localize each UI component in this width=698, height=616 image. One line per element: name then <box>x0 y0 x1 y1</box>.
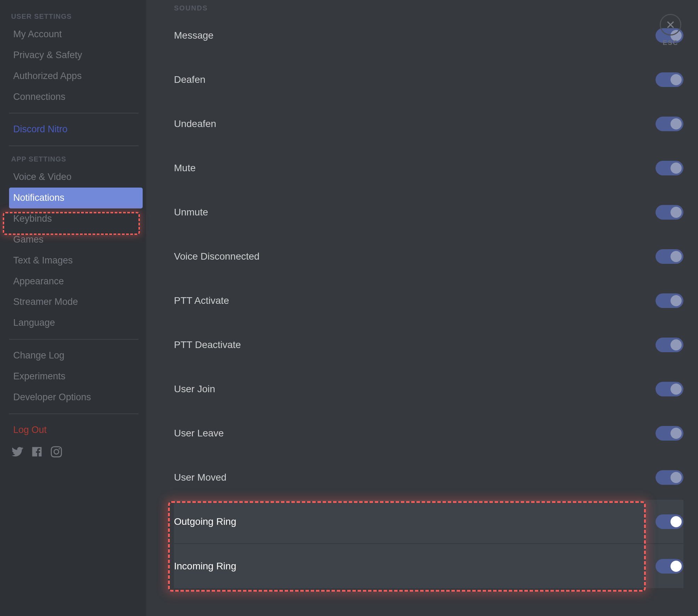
sound-toggle[interactable] <box>656 161 683 175</box>
sound-label: Outgoing Ring <box>174 516 236 527</box>
sidebar-item-change-log[interactable]: Change Log <box>9 345 143 366</box>
sound-toggle[interactable] <box>656 205 683 220</box>
sound-label: User Moved <box>174 472 227 483</box>
toggle-knob-icon <box>671 561 682 572</box>
sidebar-item-my-account[interactable]: My Account <box>9 24 143 45</box>
sound-row: PTT Deactivate <box>174 323 683 367</box>
sound-row: Mute <box>174 146 683 190</box>
sound-label: Undeafen <box>174 118 216 129</box>
sound-label: Mute <box>174 163 196 174</box>
sound-label: Voice Disconnected <box>174 251 260 262</box>
toggle-knob-icon <box>671 472 682 483</box>
sound-toggle[interactable] <box>656 249 683 264</box>
sound-label: Unmute <box>174 207 208 218</box>
sidebar-item-keybinds[interactable]: Keybinds <box>9 208 143 229</box>
social-links <box>9 441 143 459</box>
sidebar-category-app-settings: APP SETTINGS <box>9 152 143 167</box>
sidebar-divider <box>9 145 138 146</box>
sound-label: User Leave <box>174 428 224 439</box>
sidebar-divider <box>9 113 138 113</box>
toggle-knob-icon <box>671 339 682 350</box>
close-panel: ESC <box>660 14 681 47</box>
sidebar-item-games[interactable]: Games <box>9 229 143 250</box>
sound-toggle[interactable] <box>656 559 683 574</box>
sidebar-item-notifications[interactable]: Notifications <box>9 188 143 208</box>
esc-label: ESC <box>663 39 678 47</box>
sidebar-item-authorized-apps[interactable]: Authorized Apps <box>9 66 143 87</box>
sound-row: User Leave <box>174 411 683 456</box>
sound-toggle[interactable] <box>656 382 683 396</box>
sound-label: PTT Activate <box>174 295 229 306</box>
toggle-knob-icon <box>671 251 682 262</box>
toggle-knob-icon <box>671 74 682 85</box>
toggle-knob-icon <box>671 163 682 174</box>
sidebar-item-text-images[interactable]: Text & Images <box>9 250 143 271</box>
sidebar-divider <box>9 413 138 414</box>
sound-row: PTT Activate <box>174 279 683 323</box>
toggle-knob-icon <box>671 207 682 218</box>
settings-sidebar: USER SETTINGS My Account Privacy & Safet… <box>0 0 146 616</box>
sidebar-item-streamer-mode[interactable]: Streamer Mode <box>9 292 143 313</box>
sound-label: User Join <box>174 384 215 395</box>
sound-toggle[interactable] <box>656 72 683 87</box>
sound-row: Message <box>174 14 683 58</box>
close-icon <box>666 20 675 29</box>
sound-toggle[interactable] <box>656 117 683 131</box>
sidebar-item-discord-nitro[interactable]: Discord Nitro <box>9 119 143 140</box>
sidebar-item-connections[interactable]: Connections <box>9 87 143 108</box>
toggle-knob-icon <box>671 118 682 129</box>
sidebar-item-privacy-safety[interactable]: Privacy & Safety <box>9 45 143 66</box>
toggle-knob-icon <box>671 295 682 306</box>
app-root: USER SETTINGS My Account Privacy & Safet… <box>0 0 698 616</box>
sound-toggle[interactable] <box>656 514 683 529</box>
sound-row: User Moved <box>174 456 683 500</box>
sidebar-item-language[interactable]: Language <box>9 313 143 333</box>
sidebar-category-user-settings: USER SETTINGS <box>9 9 143 24</box>
sound-row: Outgoing Ring <box>174 500 683 544</box>
sound-row: Deafen <box>174 58 683 102</box>
sidebar-item-voice-video[interactable]: Voice & Video <box>9 167 143 188</box>
facebook-icon[interactable] <box>31 445 43 459</box>
twitter-icon[interactable] <box>11 445 24 459</box>
sound-label: Incoming Ring <box>174 561 236 572</box>
sidebar-item-experiments[interactable]: Experiments <box>9 366 143 387</box>
sound-row: Unmute <box>174 190 683 235</box>
sound-row: Undeafen <box>174 102 683 146</box>
sound-label: PTT Deactivate <box>174 339 241 350</box>
sound-label: Message <box>174 30 214 41</box>
sound-toggle[interactable] <box>656 426 683 441</box>
sound-label: Deafen <box>174 74 205 85</box>
toggle-knob-icon <box>671 428 682 439</box>
sound-toggle[interactable] <box>656 338 683 352</box>
instagram-icon[interactable] <box>50 445 63 459</box>
settings-content: SOUNDS MessageDeafenUndeafenMuteUnmuteVo… <box>146 0 698 616</box>
sound-row: User Join <box>174 367 683 411</box>
close-button[interactable] <box>660 14 681 35</box>
sidebar-item-logout[interactable]: Log Out <box>9 420 143 441</box>
sound-options-list: MessageDeafenUndeafenMuteUnmuteVoice Dis… <box>174 14 683 588</box>
sound-toggle[interactable] <box>656 470 683 485</box>
toggle-knob-icon <box>671 516 682 527</box>
sound-toggle[interactable] <box>656 293 683 308</box>
toggle-knob-icon <box>671 384 682 395</box>
sidebar-item-developer-options[interactable]: Developer Options <box>9 387 143 408</box>
sound-row: Incoming Ring <box>174 544 683 588</box>
sound-row: Voice Disconnected <box>174 235 683 279</box>
section-title-sounds: SOUNDS <box>174 0 683 14</box>
sidebar-divider <box>9 339 138 340</box>
sidebar-item-appearance[interactable]: Appearance <box>9 271 143 292</box>
